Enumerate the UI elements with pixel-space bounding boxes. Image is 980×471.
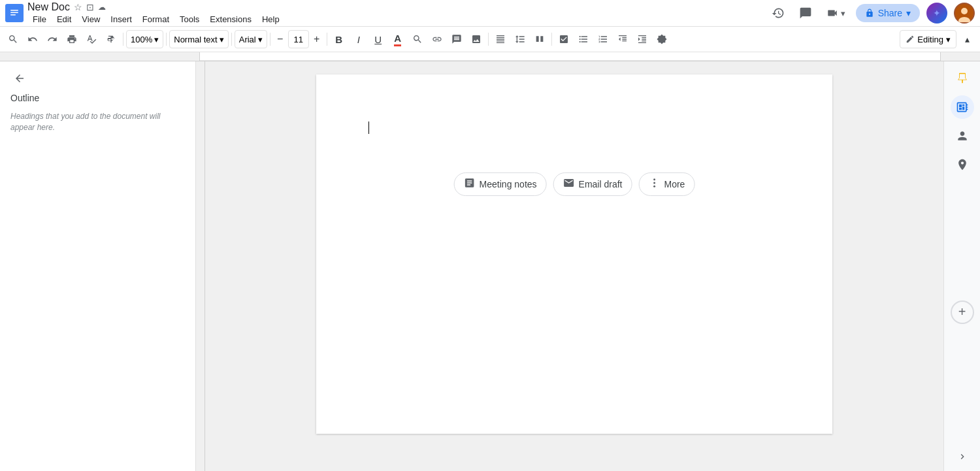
maps-button[interactable] bbox=[951, 153, 974, 176]
doc-title-row: New Doc ☆ ⊡ ☁ bbox=[27, 1, 764, 13]
header-right: ▾ Share ▾ ✦ bbox=[768, 3, 975, 24]
outline-title: Outline bbox=[10, 93, 185, 103]
search-button[interactable] bbox=[4, 30, 22, 48]
email-draft-icon bbox=[563, 177, 575, 191]
font-style-dropdown-icon: ▾ bbox=[220, 35, 224, 44]
add-addon-button[interactable]: + bbox=[951, 300, 974, 324]
font-style-select[interactable]: Normal text ▾ bbox=[169, 30, 228, 48]
divider-4 bbox=[270, 33, 270, 46]
menu-format[interactable]: Format bbox=[137, 13, 174, 25]
meet-label: ▾ bbox=[841, 8, 845, 18]
share-dropdown-icon[interactable]: ▾ bbox=[906, 8, 911, 18]
spellcheck-button[interactable] bbox=[82, 30, 101, 48]
share-label: Share bbox=[878, 8, 902, 18]
history-button[interactable] bbox=[768, 3, 789, 24]
link-button[interactable] bbox=[428, 30, 446, 48]
meeting-notes-icon bbox=[464, 177, 476, 191]
doc-title[interactable]: New Doc bbox=[27, 1, 70, 13]
align-button[interactable] bbox=[491, 30, 510, 48]
more-label: More bbox=[664, 179, 685, 189]
insert-image-button[interactable] bbox=[467, 30, 485, 48]
collapse-toolbar-button[interactable]: ▴ bbox=[958, 30, 976, 48]
divider-1 bbox=[123, 33, 123, 46]
folder-icon[interactable]: ⊡ bbox=[86, 2, 94, 12]
comments-button[interactable] bbox=[795, 3, 816, 24]
document-page[interactable]: Meeting notes Email draft More bbox=[316, 74, 832, 434]
sidebar: Outline Headings that you add to the doc… bbox=[0, 61, 196, 471]
svg-point-9 bbox=[653, 182, 655, 184]
clear-formatting-button[interactable] bbox=[653, 30, 671, 48]
meet-button[interactable]: ▾ bbox=[823, 3, 849, 24]
svg-point-5 bbox=[961, 8, 968, 14]
sidebar-back-button[interactable] bbox=[10, 69, 29, 88]
highlight-button[interactable] bbox=[408, 30, 427, 48]
document-area[interactable]: Meeting notes Email draft More bbox=[205, 61, 943, 471]
font-name-select[interactable]: Arial ▾ bbox=[235, 30, 267, 48]
paint-format-button[interactable] bbox=[102, 30, 120, 48]
gemini-icon: ✦ bbox=[933, 8, 941, 18]
gemini-button[interactable]: ✦ bbox=[926, 3, 947, 24]
keep-button[interactable] bbox=[951, 67, 974, 90]
add-icon: + bbox=[958, 304, 966, 319]
share-button[interactable]: Share ▾ bbox=[856, 4, 920, 22]
cloud-icon[interactable]: ☁ bbox=[98, 3, 106, 12]
more-chip[interactable]: More bbox=[638, 172, 694, 196]
divider-7 bbox=[551, 33, 552, 46]
columns-button[interactable] bbox=[531, 30, 549, 48]
editing-mode-select[interactable]: Editing ▾ bbox=[900, 30, 956, 48]
svg-rect-8 bbox=[196, 61, 205, 471]
meeting-notes-label: Meeting notes bbox=[480, 179, 537, 189]
meeting-notes-chip[interactable]: Meeting notes bbox=[454, 172, 547, 196]
ruler bbox=[199, 52, 941, 61]
indent-decrease-button[interactable] bbox=[613, 30, 632, 48]
main-area: Outline Headings that you add to the doc… bbox=[0, 61, 980, 471]
menu-insert[interactable]: Insert bbox=[105, 13, 137, 25]
numbered-list-button[interactable] bbox=[594, 30, 612, 48]
divider-3 bbox=[231, 33, 232, 46]
underline-button[interactable]: U bbox=[369, 30, 387, 48]
vertical-ruler bbox=[196, 61, 205, 471]
menu-bar: File Edit View Insert Format Tools Exten… bbox=[27, 13, 764, 25]
tasks-button[interactable] bbox=[951, 95, 974, 119]
redo-button[interactable] bbox=[43, 30, 61, 48]
print-button[interactable] bbox=[63, 30, 81, 48]
bold-button[interactable]: B bbox=[330, 30, 348, 48]
font-style-label: Normal text bbox=[174, 35, 217, 44]
menu-extensions[interactable]: Extensions bbox=[204, 13, 257, 25]
text-color-button[interactable]: A bbox=[389, 30, 407, 48]
indent-increase-button[interactable] bbox=[633, 30, 651, 48]
font-size-input[interactable] bbox=[288, 30, 309, 48]
ruler-left-space bbox=[0, 52, 199, 61]
add-comment-button[interactable] bbox=[448, 30, 466, 48]
zoom-label: 100% bbox=[131, 35, 152, 44]
user-avatar[interactable] bbox=[954, 3, 975, 24]
bullet-list-button[interactable] bbox=[574, 30, 593, 48]
divider-6 bbox=[488, 33, 489, 46]
menu-view[interactable]: View bbox=[76, 13, 105, 25]
outline-hint: Headings that you add to the document wi… bbox=[10, 111, 185, 133]
font-name-dropdown-icon: ▾ bbox=[258, 35, 263, 44]
line-spacing-button[interactable] bbox=[511, 30, 529, 48]
menu-edit[interactable]: Edit bbox=[52, 13, 76, 25]
italic-button[interactable]: I bbox=[350, 30, 368, 48]
font-size-decrease-button[interactable]: − bbox=[273, 30, 287, 48]
collapse-panel-button[interactable] bbox=[956, 450, 969, 463]
svg-rect-3 bbox=[10, 14, 16, 16]
text-cursor bbox=[368, 122, 369, 134]
template-chips: Meeting notes Email draft More bbox=[454, 172, 695, 196]
menu-help[interactable]: Help bbox=[257, 13, 285, 25]
divider-5 bbox=[327, 33, 327, 46]
contacts-button[interactable] bbox=[951, 124, 974, 148]
email-draft-chip[interactable]: Email draft bbox=[553, 172, 632, 196]
editing-mode-dropdown: ▾ bbox=[946, 35, 951, 44]
font-size-increase-button[interactable]: + bbox=[310, 30, 324, 48]
checklist-button[interactable] bbox=[555, 30, 573, 48]
star-icon[interactable]: ☆ bbox=[74, 2, 82, 12]
svg-point-11 bbox=[653, 186, 655, 187]
divider-2 bbox=[166, 33, 167, 46]
menu-file[interactable]: File bbox=[27, 13, 52, 25]
menu-tools[interactable]: Tools bbox=[174, 13, 204, 25]
zoom-select[interactable]: 100% ▾ bbox=[126, 30, 163, 48]
ruler-right-space bbox=[941, 52, 980, 61]
undo-button[interactable] bbox=[24, 30, 42, 48]
